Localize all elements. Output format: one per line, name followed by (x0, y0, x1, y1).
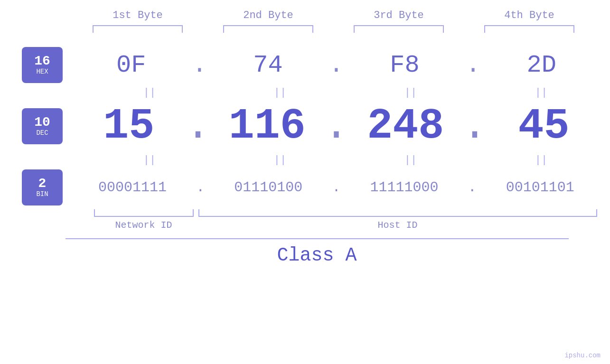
eq5: || (102, 154, 197, 166)
hex-byte2: 74 (220, 51, 315, 79)
dec-values-area: 15 . 116 . 248 . 45 (63, 102, 610, 150)
dec-dot2: . (323, 102, 349, 150)
eq8: || (494, 154, 589, 166)
class-area: Class A (66, 238, 569, 266)
dec-base-label: DEC (36, 129, 48, 137)
hex-dot1: . (192, 51, 207, 79)
network-bracket (94, 209, 194, 217)
dec-row: 10 DEC 15 . 116 . 248 . 45 (0, 102, 610, 150)
dec-dot3: . (462, 102, 488, 150)
dec-byte1: 15 (81, 102, 176, 150)
bin-base-number: 2 (38, 177, 47, 190)
equals-row-2: || || || || (84, 150, 607, 169)
byte3-header: 3rd Byte (347, 9, 451, 21)
eq7: || (363, 154, 458, 166)
dec-byte3: 248 (358, 102, 453, 150)
dec-byte4: 45 (497, 102, 591, 150)
byte2-header: 2nd Byte (216, 9, 320, 21)
dec-byte2: 116 (220, 102, 315, 150)
hex-byte3: F8 (357, 51, 452, 79)
eq3: || (363, 87, 458, 99)
hex-dot3: . (466, 51, 480, 79)
network-id-label: Network ID (94, 220, 194, 231)
eq2: || (233, 87, 328, 99)
hex-row: 16 HEX 0F . 74 . F8 . 2D (0, 47, 610, 83)
hex-dot2: . (329, 51, 344, 79)
hex-base-number: 16 (34, 55, 50, 68)
dec-base-number: 10 (34, 116, 50, 129)
hex-base-label: HEX (36, 68, 48, 75)
bin-dot2: . (332, 179, 340, 196)
eq1: || (102, 87, 197, 99)
hex-label-box: 16 HEX (22, 47, 63, 83)
equals-row-1: || || || || (84, 83, 607, 102)
hex-byte1: 0F (84, 51, 178, 79)
byte4-header: 4th Byte (477, 9, 582, 21)
hex-byte4: 2D (494, 51, 589, 79)
segment-labels: Network ID Host ID (94, 220, 597, 231)
host-id-label: Host ID (198, 220, 597, 231)
eq6: || (233, 154, 328, 166)
bin-label-box: 2 BIN (22, 169, 63, 205)
hex-values-area: 0F . 74 . F8 . 2D (63, 51, 610, 79)
bin-byte1: 00001111 (85, 179, 180, 196)
top-brackets (73, 25, 595, 33)
watermark: ipshu.com (564, 352, 601, 359)
bracket-top-3 (354, 25, 444, 33)
bin-byte2: 01110100 (221, 179, 316, 196)
byte-headers: 1st Byte 2nd Byte 3rd Byte 4th Byte (73, 9, 595, 21)
bin-dot1: . (196, 179, 205, 196)
bottom-brackets-container (94, 209, 597, 217)
main-container: 1st Byte 2nd Byte 3rd Byte 4th Byte 16 H… (0, 0, 610, 364)
bin-base-label: BIN (36, 190, 48, 198)
dec-dot1: . (185, 102, 211, 150)
byte1-header: 1st Byte (85, 9, 190, 21)
bin-byte3: 11111000 (357, 179, 452, 196)
bin-values-area: 00001111 . 01110100 . 11111000 . 0010110… (63, 179, 610, 196)
bracket-top-4 (484, 25, 574, 33)
bin-dot3: . (468, 179, 477, 196)
bin-row: 2 BIN 00001111 . 01110100 . 11111000 . 0… (0, 169, 610, 205)
class-label: Class A (277, 245, 357, 266)
bin-byte4: 00101101 (493, 179, 588, 196)
eq4: || (494, 87, 589, 99)
bracket-top-1 (93, 25, 183, 33)
dec-label-box: 10 DEC (22, 108, 63, 144)
bracket-top-2 (223, 25, 313, 33)
host-bracket (198, 209, 597, 217)
